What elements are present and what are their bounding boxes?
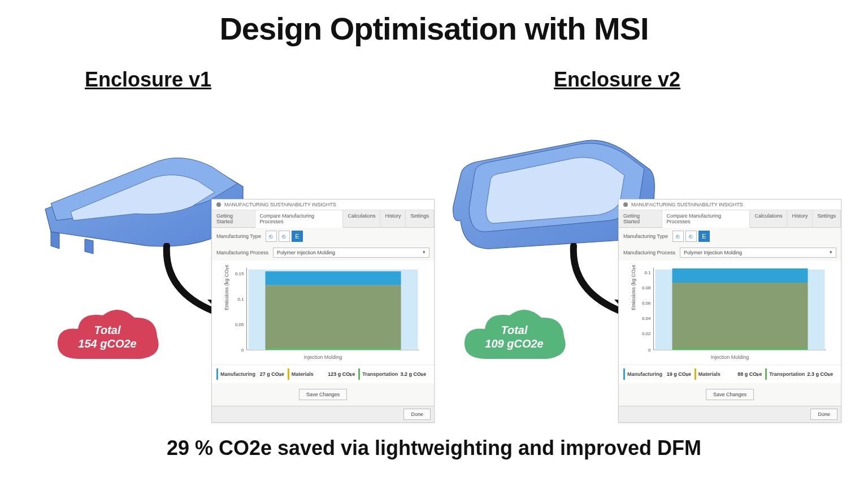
panel-title-text: MANUFACTURING SUSTAINABILITY INSIGHTS [224,202,336,207]
save-row: Save Changes [212,383,434,406]
tab-compare[interactable]: Compare Manufacturing Processes [662,210,750,228]
app-icon [623,202,628,207]
panel-titlebar: MANUFACTURING SUSTAINABILITY INSIGHTS [212,200,434,210]
svg-text:0: 0 [648,348,651,353]
manufacturing-process-row: Manufacturing Process Polymer Injection … [619,245,841,261]
done-button[interactable]: Done [810,409,837,420]
emissions-chart-v1: Emissions (kg CO₂e) 0 0.05 0.1 0.15 [212,261,434,365]
x-axis-label: Injection Molding [624,354,835,362]
x-axis-label: Injection Molding [218,354,428,362]
manuf-process-label: Manufacturing Process [623,250,675,255]
panel-tabs: Getting Started Compare Manufacturing Pr… [212,210,434,228]
legend-materials: Materials 88 g CO₂e [695,368,766,380]
tab-compare[interactable]: Compare Manufacturing Processes [255,210,344,228]
column-v1: Enclosure v1 Total 154 gCO2e [34,68,441,92]
svg-text:0.06: 0.06 [642,301,651,306]
type-btn-2[interactable]: ⎋ [685,231,697,242]
manufacturing-type-row: Manufacturing Type ⎋ ⎋ E [619,228,841,245]
svg-text:0.08: 0.08 [642,285,651,290]
bar-materials [672,283,808,348]
legend-row: Manufacturing 19 g CO₂e Materials 88 g C… [619,365,841,383]
tab-history[interactable]: History [787,210,813,227]
manuf-type-label: Manufacturing Type [623,233,668,239]
save-row: Save Changes [619,383,841,406]
panel-title-text: MANUFACTURING SUSTAINABILITY INSIGHTS [631,202,743,207]
legend-color-transportation [765,368,767,380]
legend-transportation: Transportation 3.2 g CO₂e [358,368,429,380]
tab-getting-started[interactable]: Getting Started [619,210,662,227]
svg-text:0: 0 [241,348,244,353]
tab-calculations[interactable]: Calculations [343,210,380,227]
bar-materials [266,285,401,348]
bar-manufacturing [266,271,401,285]
done-button[interactable]: Done [403,409,431,420]
svg-text:0.04: 0.04 [642,316,651,321]
msi-panel-v2: MANUFACTURING SUSTAINABILITY INSIGHTS Ge… [618,199,841,423]
manuf-process-label: Manufacturing Process [216,250,268,255]
done-row: Done [619,406,841,422]
tab-settings[interactable]: Settings [813,210,841,227]
y-axis-label: Emissions (kg CO₂e) [631,265,636,310]
tab-history[interactable]: History [380,210,406,227]
process-dropdown[interactable]: Polymer Injection Molding [273,248,429,258]
done-row: Done [212,406,434,422]
bar-transportation [672,348,808,350]
y-axis-label: Emissions (kg CO₂e) [224,265,229,310]
manufacturing-process-row: Manufacturing Process Polymer Injection … [212,245,434,261]
legend-color-transportation [358,368,360,380]
msi-panel-v1: MANUFACTURING SUSTAINABILITY INSIGHTS Ge… [211,199,435,423]
save-button[interactable]: Save Changes [706,389,754,400]
legend-color-manufacturing [623,368,625,380]
panel-tabs: Getting Started Compare Manufacturing Pr… [619,210,841,228]
heading-v1: Enclosure v1 [85,68,441,92]
svg-text:0.05: 0.05 [235,322,244,327]
bar-transportation [266,348,401,350]
type-btn-1[interactable]: ⎋ [266,231,277,242]
legend-color-materials [695,368,696,380]
total-cloud-v2: Total 109 gCO2e [458,305,571,373]
type-btn-3[interactable]: E [698,231,710,242]
type-btn-2[interactable]: ⎋ [279,231,290,242]
heading-v2: Enclosure v2 [554,68,848,92]
svg-text:0.1: 0.1 [644,270,651,275]
legend-transportation: Transportation 2.3 g CO₂e [765,368,836,380]
page-title: Design Optimisation with MSI [0,10,868,47]
tab-settings[interactable]: Settings [406,210,434,227]
svg-text:0.1: 0.1 [237,297,244,302]
legend-row: Manufacturing 27 g CO₂e Materials 123 g … [212,365,434,383]
tab-calculations[interactable]: Calculations [750,210,787,227]
legend-color-manufacturing [216,368,218,380]
legend-color-materials [288,368,289,380]
emissions-chart-v2: Emissions (kg CO₂e) 0 0.02 0.04 0.06 0.0… [619,261,841,365]
total-cloud-text-v1: Total 154 gCO2e [51,323,164,350]
svg-text:0.15: 0.15 [235,271,244,276]
tab-getting-started[interactable]: Getting Started [212,210,255,227]
type-btn-3[interactable]: E [292,231,303,242]
legend-manufacturing: Manufacturing 19 g CO₂e [623,368,695,380]
bar-manufacturing [672,268,808,283]
manuf-type-label: Manufacturing Type [216,233,261,239]
svg-text:0.02: 0.02 [642,331,651,336]
type-btn-1[interactable]: ⎋ [672,231,684,242]
process-dropdown[interactable]: Polymer Injection Molding [680,248,836,258]
column-v2: Enclosure v2 Total 109 gCO2e MANUFACTURI… [441,68,848,92]
total-cloud-v1: Total 154 gCO2e [51,305,164,373]
legend-materials: Materials 123 g CO₂e [288,368,359,380]
legend-manufacturing: Manufacturing 27 g CO₂e [216,368,288,380]
summary-text: 29 % CO2e saved via lightweighting and i… [0,436,868,460]
panel-titlebar: MANUFACTURING SUSTAINABILITY INSIGHTS [619,200,841,210]
save-button[interactable]: Save Changes [299,389,347,400]
manufacturing-type-row: Manufacturing Type ⎋ ⎋ E [212,228,434,245]
app-icon [216,202,221,207]
total-cloud-text-v2: Total 109 gCO2e [458,323,571,350]
